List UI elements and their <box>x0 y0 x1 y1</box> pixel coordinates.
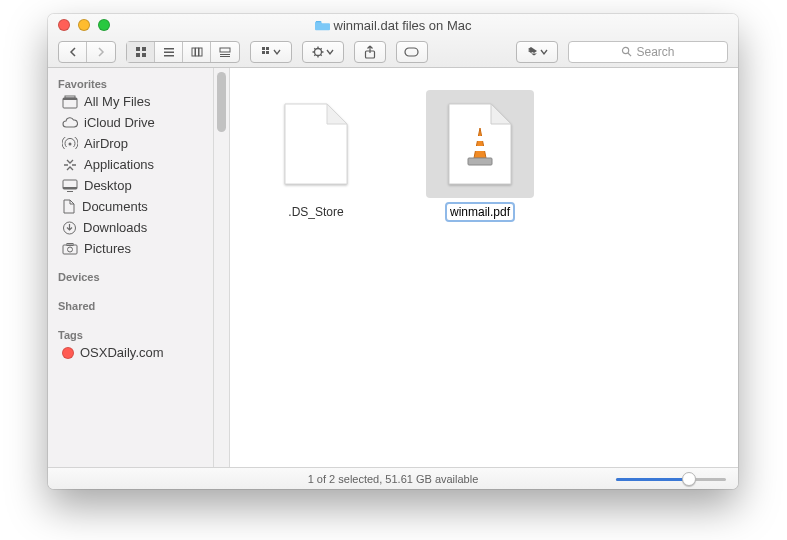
slider-knob[interactable] <box>682 472 696 486</box>
pictures-icon <box>62 242 78 255</box>
file-content-area[interactable]: .DS_Store <box>230 68 738 467</box>
svg-rect-10 <box>220 48 230 52</box>
downloads-icon <box>62 221 77 235</box>
svg-line-22 <box>314 48 315 49</box>
view-switcher <box>126 41 240 63</box>
airdrop-icon <box>62 137 78 151</box>
svg-rect-8 <box>195 48 198 56</box>
svg-rect-2 <box>136 53 140 57</box>
sidebar-section-shared: Shared <box>48 296 213 313</box>
minimize-button[interactable] <box>78 19 90 31</box>
sidebar-item-desktop[interactable]: Desktop <box>48 175 213 196</box>
sidebar-item-label: Pictures <box>84 241 131 256</box>
svg-rect-43 <box>468 158 492 165</box>
svg-rect-0 <box>136 47 140 51</box>
sidebar-item-label: OSXDaily.com <box>80 345 164 360</box>
file-item-selected[interactable]: winmail.pdf <box>426 90 534 220</box>
sidebar-item-icloud[interactable]: iCloud Drive <box>48 112 213 133</box>
sidebar-item-label: Documents <box>82 199 148 214</box>
action-menu[interactable] <box>302 41 344 63</box>
svg-line-25 <box>314 54 315 55</box>
cloud-icon <box>62 117 78 129</box>
file-item[interactable]: .DS_Store <box>262 90 370 220</box>
blank-document-icon <box>283 102 349 186</box>
svg-line-23 <box>321 54 322 55</box>
sidebar-item-downloads[interactable]: Downloads <box>48 217 213 238</box>
coverflow-view-button[interactable] <box>211 42 239 62</box>
file-label-editing[interactable]: winmail.pdf <box>447 204 513 220</box>
sidebar-section-favorites: Favorites <box>48 74 213 91</box>
sidebar-item-label: All My Files <box>84 94 150 109</box>
svg-rect-11 <box>220 54 230 55</box>
sidebar-item-applications[interactable]: Applications <box>48 154 213 175</box>
sidebar-scrollbar[interactable] <box>214 68 230 467</box>
zoom-button[interactable] <box>98 19 110 31</box>
status-text: 1 of 2 selected, 51.61 GB available <box>308 473 479 485</box>
svg-rect-32 <box>65 96 75 98</box>
sidebar-item-airdrop[interactable]: AirDrop <box>48 133 213 154</box>
svg-rect-12 <box>220 56 230 57</box>
svg-rect-7 <box>192 48 195 56</box>
search-placeholder: Search <box>636 45 674 59</box>
sidebar-section-devices: Devices <box>48 267 213 284</box>
arrange-menu[interactable] <box>250 41 292 63</box>
sidebar-item-pictures[interactable]: Pictures <box>48 238 213 259</box>
sidebar: Favorites All My Files iCloud Drive AirD… <box>48 68 214 467</box>
svg-rect-14 <box>266 47 269 50</box>
svg-rect-13 <box>262 47 265 50</box>
svg-rect-27 <box>405 48 418 56</box>
svg-point-28 <box>623 47 629 53</box>
svg-rect-5 <box>164 51 174 53</box>
svg-rect-3 <box>142 53 146 57</box>
dropbox-menu[interactable] <box>516 41 558 63</box>
svg-line-29 <box>628 53 631 56</box>
svg-rect-6 <box>164 55 174 57</box>
toolbar: Search <box>48 36 738 67</box>
icon-size-slider[interactable] <box>616 472 726 486</box>
search-field[interactable]: Search <box>568 41 728 63</box>
window-title: winmail.dat files on Mac <box>48 18 738 33</box>
file-label: .DS_Store <box>285 204 346 220</box>
sidebar-item-label: Applications <box>84 157 154 172</box>
folder-icon <box>315 19 330 31</box>
share-button[interactable] <box>354 41 386 63</box>
svg-rect-38 <box>63 245 77 254</box>
sidebar-item-documents[interactable]: Documents <box>48 196 213 217</box>
sidebar-tag-item[interactable]: OSXDaily.com <box>48 342 213 363</box>
finder-window: winmail.dat files on Mac <box>48 14 738 489</box>
search-icon <box>621 46 632 57</box>
icon-view-button[interactable] <box>127 42 155 62</box>
svg-line-24 <box>321 48 322 49</box>
svg-rect-35 <box>63 187 77 189</box>
svg-point-33 <box>69 142 72 145</box>
svg-rect-41 <box>477 136 484 141</box>
tags-button[interactable] <box>396 41 428 63</box>
documents-icon <box>62 199 76 214</box>
sidebar-item-label: Downloads <box>83 220 147 235</box>
close-button[interactable] <box>58 19 70 31</box>
back-button[interactable] <box>59 42 87 62</box>
list-view-button[interactable] <box>155 42 183 62</box>
forward-button[interactable] <box>87 42 115 62</box>
column-view-button[interactable] <box>183 42 211 62</box>
desktop-icon <box>62 179 78 192</box>
all-my-files-icon <box>62 95 78 109</box>
svg-point-39 <box>68 247 73 252</box>
sidebar-item-all-my-files[interactable]: All My Files <box>48 91 213 112</box>
tag-color-dot <box>62 347 74 359</box>
sidebar-section-tags: Tags <box>48 325 213 342</box>
sidebar-item-label: iCloud Drive <box>84 115 155 130</box>
nav-buttons <box>58 41 116 63</box>
svg-rect-42 <box>475 146 485 151</box>
sidebar-item-label: Desktop <box>84 178 132 193</box>
svg-rect-4 <box>164 48 174 50</box>
vlc-document-icon <box>447 102 513 186</box>
window-controls <box>48 19 110 31</box>
scrollbar-thumb[interactable] <box>217 72 226 132</box>
svg-rect-16 <box>266 51 269 54</box>
titlebar: winmail.dat files on Mac <box>48 14 738 68</box>
svg-rect-9 <box>199 48 202 56</box>
applications-icon <box>62 158 78 172</box>
sidebar-item-label: AirDrop <box>84 136 128 151</box>
svg-rect-15 <box>262 51 265 54</box>
